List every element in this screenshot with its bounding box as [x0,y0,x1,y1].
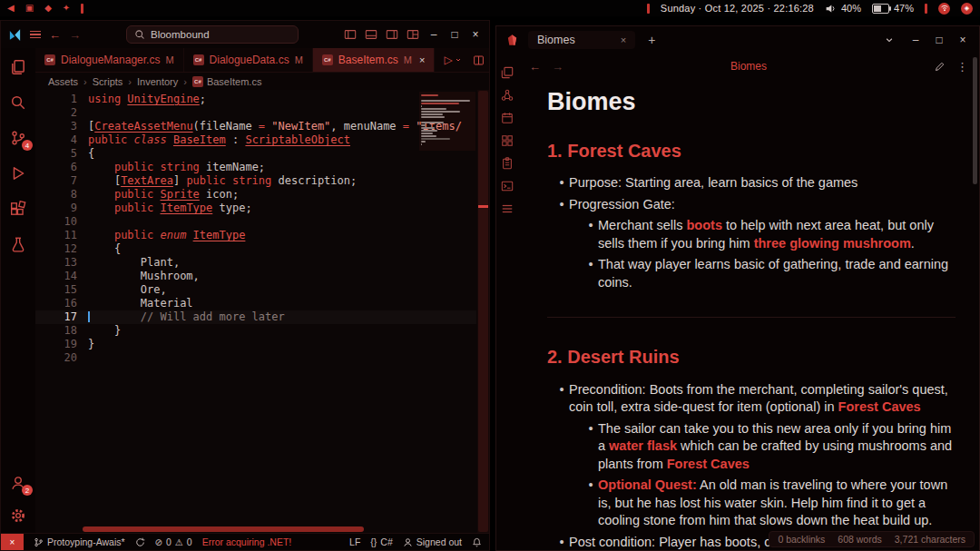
code-line[interactable]: 12 { [35,242,476,256]
breadcrumb-item[interactable]: Scripts [93,76,123,87]
extensions-icon[interactable] [10,201,26,217]
close-button[interactable]: × [956,34,970,46]
code-line[interactable]: 19} [35,338,476,351]
minimize-button[interactable]: – [427,28,440,41]
code-line[interactable]: 2 [35,106,476,120]
code-line[interactable]: 18 } [35,324,476,338]
more-options-icon[interactable]: ⋮ [956,60,968,74]
maximize-button[interactable]: □ [448,28,461,41]
source-control-icon[interactable]: 4 [10,130,26,146]
errors-icon: ⊘ [155,537,162,547]
tab-dialoguemanager[interactable]: C# DialogueManager.cs M [35,48,184,72]
workspace-icon[interactable]: ▣ [25,0,34,16]
csharp-file-icon: C# [44,54,55,65]
quick-switcher-icon[interactable] [501,66,514,79]
close-button[interactable]: × [469,28,482,41]
tab-dialoguedata[interactable]: C# DialogueData.cs M [184,48,313,72]
command-palette-icon[interactable] [501,202,514,215]
bullet-marker: • [554,534,569,551]
new-tab-button[interactable]: + [648,33,655,47]
canvas-icon[interactable] [501,134,514,147]
customize-layout-icon[interactable] [407,28,419,41]
forward-button[interactable]: → [69,28,81,42]
eol-indicator[interactable]: LF [349,536,360,547]
minimize-button[interactable]: – [908,34,923,46]
tab-biomes[interactable]: Biomes × [528,31,635,49]
problems-indicator[interactable]: ⊘ 0 ⚠ 0 [155,536,192,547]
notifications-bell-icon[interactable] [472,537,482,547]
remote-indicator[interactable]: × [1,534,24,550]
code-line[interactable]: 10 [35,215,476,229]
menu-icon[interactable] [30,31,41,39]
code-line[interactable]: 13 Plant, [35,256,476,270]
nav-left-icon[interactable]: ◀ [7,0,15,16]
close-tab-icon[interactable]: × [419,54,425,65]
back-button[interactable]: ← [529,60,541,74]
branch-indicator[interactable]: Protoyping-Awais* [34,536,125,547]
note-breadcrumb[interactable]: Biomes [574,60,923,73]
section-list: •Precondition: Boots from the merchant, … [547,381,956,551]
daily-note-calendar-icon[interactable] [501,112,514,124]
text-segment: Optional Quest: [598,477,697,492]
code-line[interactable]: 11 public enum ItemType [35,229,476,242]
clipboard-icon[interactable] [501,157,514,170]
command-center-search[interactable]: Bloombound [126,25,299,44]
code-line[interactable]: 4public class BaseItem : ScriptableObjec… [35,133,476,147]
toggle-panel-icon[interactable] [365,28,377,41]
code-line[interactable]: 17 // Will add more later [35,310,476,324]
tray-app-icon[interactable]: ◈ [961,3,973,15]
volume-indicator[interactable]: 40% [825,3,861,15]
toggle-sidebar-icon[interactable] [344,28,357,41]
code-line[interactable]: 20 [35,351,476,365]
accounts-icon[interactable]: 2 [10,475,26,491]
tab-label: DialogueData.cs [210,54,289,66]
sync-icon[interactable] [135,537,145,547]
toggle-secondary-sidebar-icon[interactable] [386,28,398,41]
code-line[interactable]: 6 public string itemName; [35,161,476,174]
settings-gear-icon[interactable] [10,507,26,524]
modules-icon[interactable]: ◆ [44,0,52,16]
graph-view-icon[interactable] [501,89,514,102]
search-icon[interactable] [10,94,26,111]
minimap-line [421,116,445,118]
run-debug-icon[interactable] [10,165,26,182]
back-button[interactable]: ← [49,28,61,42]
scrollbar-thumb[interactable] [973,57,977,184]
topbar-divider [925,4,927,14]
breadcrumb-file[interactable]: C# BaseItem.cs [192,76,262,87]
split-editor-icon[interactable] [473,54,485,66]
code-editor[interactable]: 1using UnityEngine;23[CreateAssetMenu(fi… [35,90,489,533]
testing-beaker-icon[interactable] [10,236,26,252]
explorer-icon[interactable] [10,59,26,75]
code-line[interactable]: 5{ [35,147,476,161]
forward-button[interactable]: → [552,60,564,74]
edit-toggle-icon[interactable] [934,61,946,73]
breadcrumb-item[interactable]: Assets [48,76,78,87]
tab-list-chevron-icon[interactable] [885,35,899,44]
maximize-button[interactable]: □ [932,34,946,46]
horizontal-scrollbar[interactable] [83,526,364,532]
terminal-icon[interactable] [501,180,514,192]
close-tab-icon[interactable]: × [621,34,626,45]
dotnet-error-message[interactable]: Error acquiring .NET! [202,536,292,547]
code-line[interactable]: 7 [TextArea] public string description; [35,174,476,188]
tab-baseitem[interactable]: C# BaseItem.cs M × [313,48,436,72]
vertical-scrollbar[interactable] [477,90,489,533]
code-line[interactable]: 1using UnityEngine; [35,93,476,106]
code-line[interactable]: 15 Ore, [35,283,476,297]
sparkle-icon[interactable]: ✦ [63,0,70,16]
tray-network-icon[interactable] [938,3,950,15]
tab-label: BaseItem.cs [338,54,398,66]
breadcrumb-item[interactable]: Inventory [137,76,178,87]
language-indicator[interactable]: {} C# [370,536,392,547]
code-line[interactable]: 8 public Sprite icon; [35,188,476,202]
backlinks-count[interactable]: 0 backlinks [778,534,825,545]
code-line[interactable]: 9 public ItemType type; [35,202,476,215]
code-line[interactable]: 3[CreateAssetMenu(fileName = "NewItem", … [35,120,476,133]
minimap[interactable] [419,92,475,151]
note-content[interactable]: Biomes 1. Forest Caves •Purpose: Startin… [518,79,979,550]
account-status[interactable]: Signed out [403,536,462,547]
run-button[interactable]: ▷ [444,54,461,66]
code-line[interactable]: 14 Mushroom, [35,270,476,283]
code-line[interactable]: 16 Material [35,297,476,310]
